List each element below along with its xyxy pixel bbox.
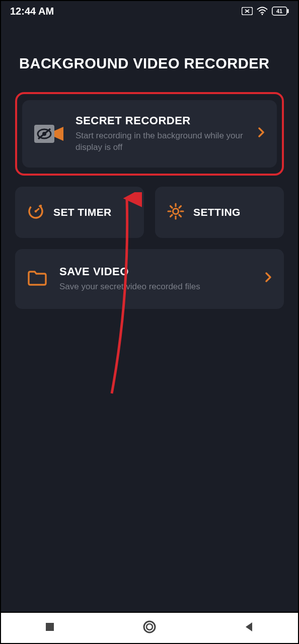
secret-camera-icon <box>34 122 65 146</box>
app-title: BACKGROUND VIDEO RECORDER <box>15 55 284 72</box>
phone-frame: 12:44 AM 41 BACKGROUND VIDEO RECORDER <box>0 0 299 613</box>
app-body: BACKGROUND VIDEO RECORDER SECRET RECORDE… <box>1 55 298 309</box>
save-card-title: SAVE VIDEO <box>59 265 253 278</box>
svg-line-19 <box>179 206 181 208</box>
svg-point-12 <box>173 208 179 214</box>
svg-marker-25 <box>246 622 252 631</box>
wifi-icon <box>257 7 268 16</box>
nav-back-button[interactable] <box>243 621 255 635</box>
highlight-annotation: SECRET RECORDER Start recording in the b… <box>15 92 284 176</box>
save-video-card[interactable]: SAVE VIDEO Save your secret video record… <box>15 249 284 309</box>
secret-recorder-card[interactable]: SECRET RECORDER Start recording in the b… <box>22 100 277 168</box>
secret-card-subtitle: Start recording in the background while … <box>76 130 258 153</box>
svg-line-17 <box>171 206 173 208</box>
setting-label: SETTING <box>193 206 241 218</box>
timer-label: SET TIMER <box>53 206 112 218</box>
chevron-right-icon <box>265 272 272 286</box>
android-nav-bar <box>0 613 299 644</box>
status-bar: 12:44 AM 41 <box>1 1 298 21</box>
secret-card-title: SECRET RECORDER <box>76 114 258 127</box>
secondary-row: SET TIMER SETTING <box>15 187 284 238</box>
svg-line-18 <box>179 215 181 217</box>
secret-card-text: SECRET RECORDER Start recording in the b… <box>76 114 258 153</box>
chevron-right-icon <box>258 127 265 141</box>
status-icons: 41 <box>242 7 289 16</box>
nav-recent-button[interactable] <box>44 621 56 635</box>
status-time: 12:44 AM <box>10 6 54 17</box>
set-timer-card[interactable]: SET TIMER <box>15 187 144 238</box>
battery-icon: 41 <box>272 7 289 16</box>
timer-icon <box>27 203 44 222</box>
svg-point-23 <box>144 621 155 632</box>
svg-point-1 <box>262 14 263 15</box>
svg-line-10 <box>36 209 39 211</box>
svg-rect-22 <box>46 623 54 631</box>
battery-level: 41 <box>276 8 282 14</box>
gear-icon <box>167 203 184 222</box>
svg-point-24 <box>146 624 153 630</box>
svg-rect-3 <box>287 9 289 13</box>
save-card-text: SAVE VIDEO Save your secret video record… <box>59 265 253 293</box>
svg-line-20 <box>171 215 173 217</box>
mute-icon <box>242 7 253 15</box>
svg-point-11 <box>40 205 42 207</box>
save-card-subtitle: Save your secret video recorded files <box>59 281 253 293</box>
setting-card[interactable]: SETTING <box>155 187 284 238</box>
nav-home-button[interactable] <box>142 619 157 636</box>
folder-icon <box>27 269 47 288</box>
